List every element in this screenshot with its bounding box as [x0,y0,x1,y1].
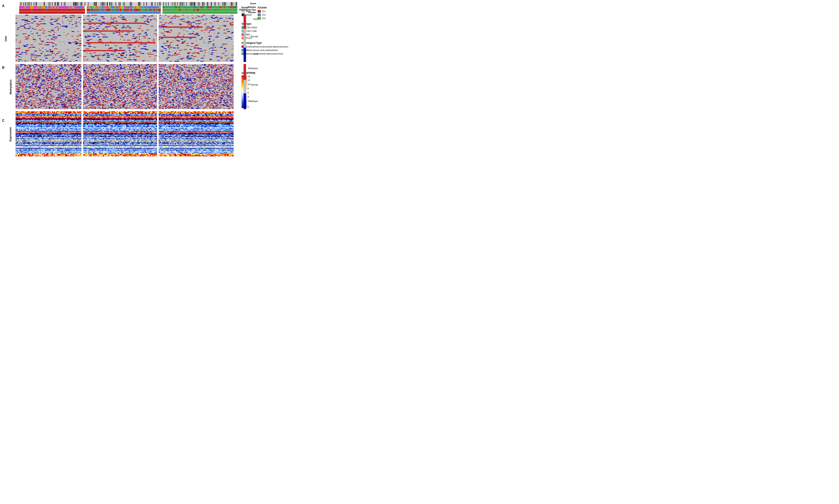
pole-item: POLE [241,37,288,39]
cnv-y-label: CNV [4,36,7,41]
ic3-item: iC3 [258,17,267,20]
subtype-row-label: Subtype [248,6,256,8]
serous-item: Serous endometrial adenocarcinoma [241,52,288,55]
histtype-legend-title: Histological Type [241,41,288,44]
cnv-section: CNV Gain Normal Loss [15,15,237,63]
methylation-y-label: Methylation [9,79,12,94]
cnv-colorbar [243,15,246,62]
cnv-normal-label: Normal [251,35,258,38]
cnvlow-item: CNV LOW [241,30,288,33]
ic2-item: iC2 [258,13,267,16]
subtype-legend-title: Subtype [241,22,288,25]
cnvhigh-item: CNV HIGH [241,26,288,29]
section-b-label: B [2,66,4,70]
histtype-row-label: Histological Type [239,8,256,11]
mixed-item: Mixed serous and endometrioid [241,49,288,52]
event-annotation-row: Event [19,2,237,6]
ic1-swatch [258,10,261,13]
section-a-label: A [2,4,4,8]
msi-item: MSI [241,33,288,36]
expression-section: Expression [15,111,237,157]
event-row-label: Event [250,2,256,5]
icluster-legend-title: iCluster [258,6,267,9]
endo-item: Endometrioid endometrial adenocarcinoma [241,45,288,48]
methylation-section: Methylation MetHyper Normal MetHypo [15,64,237,110]
icluster-row-label: iCluster [248,11,256,14]
cnv-loss-label: Loss [253,53,258,55]
meth-hypo-label: MetHypo [249,100,258,103]
ic3-swatch [258,17,261,20]
ic2-swatch [258,13,261,16]
histtype-annotation-row: Histological Type [19,8,237,11]
cnv-gain-label: Gain [253,18,258,20]
meth-normal-label: Normal [251,84,258,86]
section-c-label: C [2,119,4,123]
event-dead-item: Dead [241,13,251,16]
expression-y-label: Expression [9,127,12,142]
ic1-item: iC1 [258,10,267,13]
meth-colorbar [243,64,246,109]
subtype-annotation-row: Subtype [19,6,237,8]
icluster-annotation-row: iCluster [19,11,237,14]
fpkm-legend-title: log2(FPKM) [241,72,288,74]
meth-hyper-label: MetHyper [248,67,258,70]
